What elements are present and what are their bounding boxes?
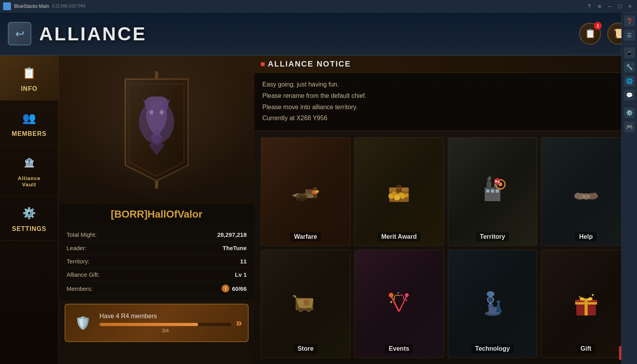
svg-point-57 <box>487 297 494 303</box>
alliance-flag <box>114 71 200 189</box>
stat-row-leader: Leader: TheTune <box>67 241 247 255</box>
grid-item-help[interactable]: Help <box>541 137 631 245</box>
svg-text:R4: R4 <box>495 180 500 184</box>
stat-label-leader: Leader: <box>67 245 87 251</box>
svg-rect-45 <box>304 300 309 305</box>
grid-item-technology[interactable]: Technology <box>448 250 538 358</box>
sidebar-divider-2 <box>623 104 635 104</box>
grid-item-store[interactable]: Store <box>261 250 350 358</box>
svg-text:✦: ✦ <box>389 299 393 305</box>
settings-icon: ⚙️ <box>20 204 39 222</box>
gift-label: Gift <box>577 344 595 353</box>
main-container: ↩ ALLIANCE 📋 1 📜 📋 <box>0 13 637 364</box>
grid-item-events[interactable]: ✦ ✦ ✦ Events <box>354 250 444 358</box>
stats-table: Total Might: 28,297,218 Leader: TheTune … <box>59 224 254 300</box>
bs-sidebar-icon-1[interactable]: ❓ <box>624 16 635 27</box>
svg-point-6 <box>150 110 153 115</box>
stat-value-members: ! 60/66 <box>222 285 247 292</box>
bs-sidebar-icon-5[interactable]: 🌐 <box>624 76 635 86</box>
game-area: ↩ ALLIANCE 📋 1 📜 📋 <box>0 13 637 364</box>
store-label: Store <box>294 344 318 353</box>
alliance-panel: ↩ ALLIANCE 📋 1 📜 📋 <box>0 13 637 364</box>
mission-banner[interactable]: 🛡️ Have 4 R4 members 3/4 » <box>65 304 249 342</box>
vault-icon: 🏦 <box>20 153 39 172</box>
svg-text:✦: ✦ <box>578 295 581 299</box>
mission-text: Have 4 R4 members 3/4 <box>99 313 231 333</box>
stat-value-gift: Lv 1 <box>235 271 247 278</box>
sidebar-item-info[interactable]: 📋 INFO <box>0 56 58 101</box>
stat-row-members: Members: ! 60/66 <box>67 281 247 296</box>
warfare-label: Warfare <box>290 232 321 241</box>
minimize-button[interactable]: − <box>606 2 614 10</box>
svg-point-16 <box>315 190 319 193</box>
stat-label-territory: Territory: <box>67 258 89 265</box>
bs-sidebar-icon-7[interactable]: ⚙️ <box>624 107 635 118</box>
events-image: ✦ ✦ ✦ <box>355 250 444 357</box>
sidebar-item-members[interactable]: 👥 MEMBERS <box>0 101 58 146</box>
window-controls: ? ≡ − □ × <box>585 2 634 10</box>
svg-rect-44 <box>298 301 303 305</box>
svg-text:✦: ✦ <box>405 298 408 303</box>
svg-point-48 <box>405 293 409 297</box>
page-title: ALLIANCE <box>39 23 147 45</box>
bs-sidebar-icon-4[interactable]: 🔧 <box>624 61 635 72</box>
close-button[interactable]: × <box>626 2 634 10</box>
grid-item-territory[interactable]: R4 Territory <box>448 137 538 245</box>
alliance-banner-area <box>59 56 254 204</box>
grid-item-gift[interactable]: ✦ ✦ Gift <box>541 250 631 358</box>
alliance-header: ↩ ALLIANCE 📋 1 📜 <box>0 13 637 56</box>
grid-item-merit-award[interactable]: Merit Award <box>354 137 444 245</box>
notice-text: Easy going, just having fun. Please rena… <box>254 73 637 130</box>
stat-label-members: Members: <box>67 285 93 292</box>
mission-shield-icon: 🛡️ <box>71 309 95 337</box>
members-icon: 👥 <box>20 108 39 127</box>
bs-sidebar-icon-6[interactable]: 💬 <box>624 90 635 101</box>
quest-log-button[interactable]: 📋 1 <box>579 23 601 45</box>
svg-point-40 <box>582 193 590 200</box>
sidebar-item-label-vault: AllianceVault <box>18 175 41 187</box>
bs-sidebar-icon-3[interactable]: 📱 <box>624 47 635 58</box>
stat-value-territory: 11 <box>240 258 247 265</box>
bs-sidebar-icon-8[interactable]: 🎮 <box>624 121 635 132</box>
app-version: 5.21.560.1027 P64 <box>52 4 85 8</box>
bluestacks-logo <box>3 2 11 10</box>
events-label: Events <box>385 344 413 353</box>
svg-rect-32 <box>491 189 494 193</box>
title-bar-left: BlueStacks Main 5.21.560.1027 P64 <box>3 2 85 10</box>
maximize-button[interactable]: □ <box>616 2 624 10</box>
sidebar-item-settings[interactable]: ⚙️ SETTINGS <box>0 196 58 241</box>
svg-rect-29 <box>487 182 491 189</box>
svg-point-53 <box>487 291 494 297</box>
back-icon: ↩ <box>15 27 24 40</box>
bs-sidebar-icon-2[interactable]: ☰ <box>624 30 635 41</box>
notice-title: ALLIANCE NOTICE <box>268 59 351 68</box>
svg-point-47 <box>389 293 393 297</box>
left-nav: 📋 INFO 👥 MEMBERS 🏦 AllianceVault ⚙️ SETT… <box>0 56 59 364</box>
sidebar-item-vault[interactable]: 🏦 AllianceVault <box>0 146 58 196</box>
right-panel: ALLIANCE NOTICE Easy going, just having … <box>254 56 637 364</box>
merit-award-image <box>355 138 444 245</box>
info-icon: 📋 <box>20 63 39 82</box>
help-label: Help <box>575 232 597 241</box>
mission-progress-fill <box>99 323 198 326</box>
territory-image: R4 <box>448 138 537 245</box>
svg-point-7 <box>160 110 164 115</box>
app-title: BlueStacks Main <box>14 4 49 9</box>
stat-label-gift: Alliance Gift: <box>67 271 99 278</box>
stat-row-territory: Territory: 11 <box>67 255 247 268</box>
mission-progress-bar <box>99 323 231 326</box>
menu-button[interactable]: ≡ <box>595 2 603 10</box>
quest-log-icon: 📋 <box>585 29 595 39</box>
technology-label: Technology <box>471 344 514 353</box>
svg-point-23 <box>392 191 397 196</box>
help-image <box>541 138 630 245</box>
notice-section: ALLIANCE NOTICE Easy going, just having … <box>254 56 637 131</box>
sidebar-item-label-members: MEMBERS <box>12 130 47 137</box>
svg-point-17 <box>296 193 307 201</box>
svg-rect-56 <box>489 307 496 314</box>
back-button[interactable]: ↩ <box>8 22 31 45</box>
merit-award-label: Merit Award <box>377 232 421 241</box>
warning-icon: ! <box>222 285 229 292</box>
help-button[interactable]: ? <box>585 2 593 10</box>
grid-item-warfare[interactable]: Warfare <box>261 137 350 245</box>
